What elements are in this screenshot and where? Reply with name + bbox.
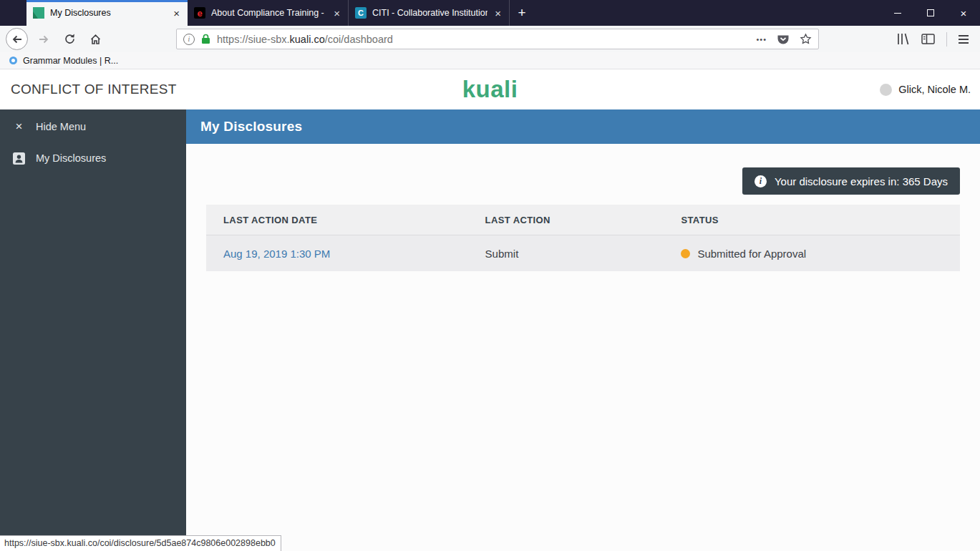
person-badge-icon — [13, 152, 25, 165]
pocket-icon[interactable] — [777, 33, 790, 46]
table-row[interactable]: Aug 19, 2019 1:30 PM Submit Submitted fo… — [206, 235, 960, 271]
window-controls: × — [881, 0, 980, 26]
tab-strip-spacer — [0, 0, 26, 26]
tab-close-icon[interactable]: × — [172, 7, 181, 19]
tab-my-disclosures[interactable]: My Disclosures × — [26, 0, 188, 26]
tab-close-icon[interactable]: × — [493, 7, 503, 19]
citi-favicon-icon: C — [355, 7, 367, 19]
library-icon[interactable] — [896, 33, 910, 45]
expiry-badge-text: Your disclosure expires in: 365 Days — [775, 175, 948, 187]
header-last-action-date: LAST ACTION DATE — [206, 215, 485, 225]
url-bar[interactable]: i https://siue-sbx.kuali.co/coi/dashboar… — [176, 29, 819, 49]
header-status: STATUS — [681, 215, 960, 225]
toolbar-right-tools — [896, 32, 974, 47]
main-panel: My Disclosures i Your disclosure expires… — [186, 109, 980, 551]
forward-button[interactable] — [34, 29, 54, 49]
home-button[interactable] — [85, 29, 105, 49]
sidebar-item-my-disclosures[interactable]: My Disclosures — [0, 142, 186, 174]
forward-arrow-icon — [37, 33, 50, 46]
user-name: Glick, Nicole M. — [898, 84, 971, 95]
home-icon — [89, 34, 102, 45]
tab-title: My Disclosures — [50, 8, 166, 18]
bookmark-favicon-icon — [9, 57, 17, 64]
tab-close-icon[interactable]: × — [332, 7, 341, 19]
nav-buttons — [6, 28, 176, 50]
reload-button[interactable] — [59, 29, 79, 49]
disclosures-table: LAST ACTION DATE LAST ACTION STATUS Aug … — [206, 205, 960, 271]
minimize-icon — [894, 13, 901, 14]
menu-hamburger-icon[interactable] — [959, 35, 969, 44]
page-actions-icon[interactable]: ••• — [756, 35, 767, 44]
secure-lock-icon — [201, 34, 210, 44]
avatar — [880, 84, 892, 96]
tab-compliance-training[interactable]: e About Compliance Training - In × — [188, 0, 349, 26]
cell-status: Submitted for Approval — [681, 248, 960, 260]
new-tab-button[interactable]: + — [510, 0, 534, 26]
hide-menu-label: Hide Menu — [36, 121, 86, 132]
back-arrow-icon — [11, 33, 24, 46]
content-area: i Your disclosure expires in: 365 Days L… — [186, 144, 980, 551]
cell-last-action-date: Aug 19, 2019 1:30 PM — [206, 248, 485, 260]
maximize-icon — [927, 9, 934, 16]
bookmark-grammar-modules[interactable]: Grammar Modules | R... — [23, 56, 118, 66]
table-header-row: LAST ACTION DATE LAST ACTION STATUS — [206, 205, 960, 235]
badge-row: i Your disclosure expires in: 365 Days — [206, 167, 960, 195]
close-icon: × — [961, 7, 967, 19]
kuali-logo: kuali — [0, 76, 980, 103]
tab-bar: My Disclosures × e About Compliance Trai… — [0, 0, 980, 26]
maximize-button[interactable] — [914, 0, 947, 26]
urlbar-actions: ••• — [756, 33, 812, 46]
hide-menu-button[interactable]: × Hide Menu — [0, 111, 186, 142]
sidebar: × Hide Menu My Disclosures — [0, 109, 186, 551]
link-preview-status-bar: https://siue-sbx.kuali.co/coi/disclosure… — [0, 535, 281, 551]
close-window-button[interactable]: × — [947, 0, 980, 26]
page-body: × Hide Menu My Disclosures My Disclosure… — [0, 109, 980, 551]
page-info-icon[interactable]: i — [183, 34, 195, 45]
sidebar-toggle-icon[interactable] — [921, 34, 935, 44]
info-icon: i — [755, 175, 767, 187]
header-last-action: LAST ACTION — [485, 215, 681, 225]
page-title-bar: My Disclosures — [186, 109, 980, 144]
sidebar-item-label: My Disclosures — [36, 152, 106, 164]
disclosure-date-link[interactable]: Aug 19, 2019 1:30 PM — [223, 248, 330, 260]
cell-last-action: Submit — [485, 248, 681, 260]
toolbar-divider — [946, 32, 947, 47]
tab-citi[interactable]: C CITI - Collaborative Institutiona × — [349, 0, 510, 26]
back-button[interactable] — [6, 28, 28, 50]
reload-icon — [64, 33, 76, 45]
minimize-button[interactable] — [881, 0, 914, 26]
tab-title: CITI - Collaborative Institutiona — [372, 8, 487, 18]
bookmark-star-icon[interactable] — [800, 33, 812, 45]
disclosure-expiry-badge: i Your disclosure expires in: 365 Days — [742, 167, 960, 195]
engage-favicon-icon: e — [194, 7, 205, 19]
kuali-favicon-icon — [33, 7, 44, 19]
close-x-icon: × — [13, 120, 25, 134]
app-header: CONFLICT OF INTEREST kuali Glick, Nicole… — [0, 69, 980, 109]
bookmarks-bar: Grammar Modules | R... — [0, 52, 980, 69]
url-text[interactable]: https://siue-sbx.kuali.co/coi/dashboard — [217, 34, 749, 45]
navigation-toolbar: i https://siue-sbx.kuali.co/coi/dashboar… — [0, 26, 980, 52]
page-title: My Disclosures — [200, 119, 302, 135]
tab-title: About Compliance Training - In — [211, 8, 326, 18]
status-badge: Submitted for Approval — [697, 248, 806, 260]
user-menu[interactable]: Glick, Nicole M. — [880, 84, 971, 96]
status-dot-icon — [681, 249, 690, 258]
